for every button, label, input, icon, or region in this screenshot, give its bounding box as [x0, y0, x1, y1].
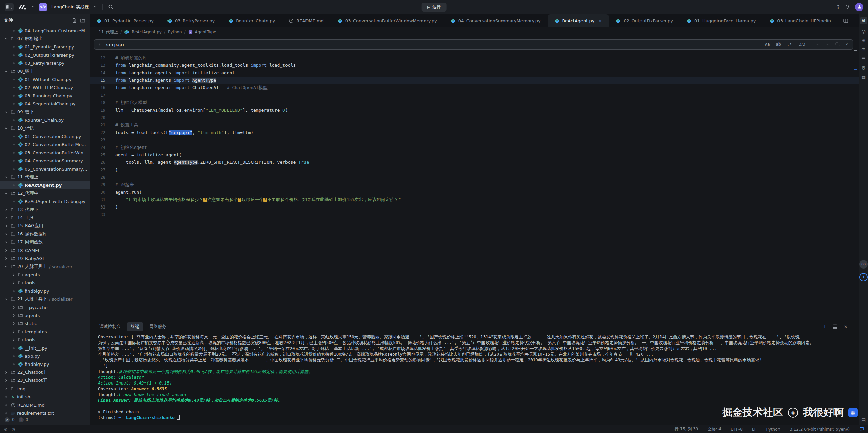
tree-item-01_pydantic_parser-py[interactable]: 01_Pydantic_Parser.py — [0, 43, 90, 51]
chevron-down-icon[interactable] — [3, 126, 9, 130]
code-line-13[interactable]: 13from langchain_community.agent_toolkit… — [90, 62, 859, 69]
tab-rounter_chain-py[interactable]: Rounter_Chain.py — [221, 14, 282, 27]
tab-01_hugggingface_llama-py[interactable]: 01_HugggingFace_Llama.py — [680, 14, 763, 27]
find-in-selection-icon[interactable] — [834, 42, 841, 47]
close-panel-icon[interactable]: × — [844, 324, 848, 329]
tree-item-rounter_chain-py[interactable]: Rounter_Chain.py — [0, 116, 90, 124]
panel-layout-icon[interactable] — [833, 324, 837, 329]
tree-item-21_-[interactable]: 21_人脉工具下 / socializer — [0, 295, 90, 303]
tree-item-13_-[interactable]: 13_代理下 — [0, 205, 90, 214]
tree-item-img[interactable]: img — [0, 385, 90, 393]
tree-item-07_-[interactable]: 07_解析输出 — [0, 35, 90, 43]
code-line-24[interactable]: 24# 初始化Agent — [90, 144, 859, 151]
tree-item-16_-[interactable]: 16_操作数据库 — [0, 230, 90, 238]
tree-item-01_without_chain-py[interactable]: 01_Without_Chain.py — [0, 75, 90, 83]
new-file-icon[interactable] — [72, 18, 77, 23]
tree-item-agents[interactable]: agents — [0, 271, 90, 279]
beaker-icon[interactable]: ⚗ — [861, 47, 866, 52]
code-line-22[interactable]: 22tools = load_tools(["serpapi", "llm-ma… — [90, 129, 859, 136]
chevron-right-icon[interactable] — [3, 224, 9, 228]
tree-item-02_outputfixparser-py[interactable]: 02_OutputFixParser.py — [0, 51, 90, 59]
tree-item-04_langchain_customizemod-[interactable]: 04_LangChain_CustomizeMod... — [0, 26, 90, 35]
breadcrumb[interactable]: 11_代理上/ReActAgent.py/Python/aAgentType — [90, 27, 859, 37]
chevron-right-icon[interactable] — [3, 379, 9, 382]
tree-item-reactagent_with_debug-py[interactable]: ReActAgent_with_Debug.py — [0, 197, 90, 205]
breadcrumb-item[interactable]: ReActAgent.py — [132, 29, 162, 34]
status-item[interactable]: 行 15, 列 39 — [675, 426, 698, 432]
docs-search-icon[interactable]: ◎ — [861, 29, 865, 34]
assistant-badge-icon[interactable]: ✦ — [859, 273, 868, 281]
code-line-15[interactable]: 15from langchain.agents import AgentType — [90, 77, 859, 84]
tree-item-agents[interactable]: agents — [0, 311, 90, 319]
split-editor-icon[interactable] — [843, 19, 848, 23]
grid-icon[interactable]: ▦ — [861, 75, 866, 79]
find-bar[interactable]: serpapi Aa ab .* 3/3 × — [94, 39, 853, 50]
tree-item-15_rag-[interactable]: 15_RAG应用 — [0, 222, 90, 230]
close-icon[interactable]: × — [844, 41, 849, 47]
chevron-right-icon[interactable] — [11, 306, 16, 309]
tree-item-tools[interactable]: tools — [0, 336, 90, 344]
tree-item-03_running_chain-py[interactable]: 03_Running_Chain.py — [0, 92, 90, 100]
chat-icon[interactable]: ⊞ — [862, 38, 866, 43]
code-line-19[interactable]: 19llm = ChatOpenAI(model=os.environ["LLM… — [90, 106, 859, 114]
tree-item-findbigv-py[interactable]: findbigV.py — [0, 287, 90, 295]
match-case-icon[interactable]: Aa — [764, 41, 771, 47]
tree-item-app-py[interactable]: app.py — [0, 352, 90, 360]
code-line-28[interactable]: 28 — [90, 174, 859, 181]
chevron-right-icon[interactable] — [3, 387, 9, 391]
settings-icon[interactable]: ⚙ — [861, 65, 866, 70]
search-icon[interactable] — [108, 4, 113, 9]
ai-assistant-icon[interactable]: AI — [860, 17, 867, 24]
tab-01_pydantic_parser-py[interactable]: 01_Pydantic_Parser.py — [90, 14, 160, 27]
more-actions-icon[interactable]: ⋯ — [853, 18, 859, 24]
chevron-right-icon[interactable] — [11, 322, 16, 326]
chevron-right-icon[interactable] — [3, 257, 9, 260]
tree-item-04_sequentialchain-py[interactable]: 04_SequentialChain.py — [0, 100, 90, 108]
panel-layout-icon[interactable]: ▤ — [861, 417, 866, 422]
code-line-23[interactable]: 23 — [90, 136, 859, 144]
tree-item-__init__-py[interactable]: __init__.py — [0, 344, 90, 352]
panel-tab-网络服务[interactable]: 网络服务 — [145, 322, 171, 331]
status-sync-icon[interactable]: ◔ — [12, 427, 15, 432]
chevron-down-icon[interactable] — [3, 70, 9, 73]
tab-reactagent-py[interactable]: ReActAgent.py× — [548, 14, 609, 27]
breadcrumb-item[interactable]: AgentType — [195, 29, 216, 34]
tree-item-20_-[interactable]: 20_人脉工具上 / socializer — [0, 262, 90, 271]
tree-item-03_retryparser-py[interactable]: 03_RetryParser.py — [0, 59, 90, 67]
breadcrumb-item[interactable]: Python — [168, 29, 182, 34]
tree-item-14_-[interactable]: 14_工具 — [0, 214, 90, 222]
tree-item-static[interactable]: static — [0, 319, 90, 328]
tab-03_langchain_hfpipelin[interactable]: 03_LangChain_HFPipelin — [763, 14, 838, 27]
tree-item-23_chatbot-[interactable]: 23_Chatbot下 — [0, 376, 90, 385]
code-line-27[interactable]: 27) — [90, 166, 859, 174]
tree-item-reactagent-py[interactable]: ReActAgent.py — [0, 181, 90, 189]
code-line-12[interactable]: 12# 加载所需的库 — [90, 54, 859, 62]
project-icon[interactable]: </> — [39, 3, 47, 11]
tree-item-12_-[interactable]: 12_代理中 — [0, 189, 90, 197]
code-line-16[interactable]: 16from langchain_openai import ChatOpenA… — [90, 84, 859, 92]
code-line-20[interactable]: 20 — [90, 114, 859, 121]
chevron-down-icon[interactable] — [3, 297, 9, 301]
notifications-icon[interactable] — [859, 427, 864, 431]
chevron-right-icon[interactable] — [11, 281, 16, 285]
status-item[interactable]: UTF-8 — [731, 427, 743, 432]
chevron-right-icon[interactable] — [11, 338, 16, 342]
regex-icon[interactable]: .* — [786, 41, 793, 47]
status-item[interactable]: 3.12.2 64-bit ('shims': pyenv) — [790, 427, 850, 432]
code-line-25[interactable]: 25agent = initialize_agent( — [90, 151, 859, 159]
chevron-right-icon[interactable] — [3, 216, 9, 220]
code-line-32[interactable]: 32) — [90, 203, 859, 211]
help-icon[interactable]: ? — [837, 4, 840, 10]
tree-item-init-sh[interactable]: $init.sh — [0, 393, 90, 401]
next-match-icon[interactable] — [824, 42, 831, 47]
tree-item-findbigv-py[interactable]: findbigV.py — [0, 360, 90, 368]
code-line-33[interactable]: 33 — [90, 211, 859, 218]
problems-footer[interactable]: × 0 ! 0 — [0, 415, 90, 425]
avatar[interactable] — [855, 3, 863, 11]
notification-count-badge[interactable]: 88 — [859, 260, 868, 269]
tree-item-08_-[interactable]: 08_链上 — [0, 67, 90, 75]
tree-item-01_conversationchain-py[interactable]: 01_ConversationChain.py — [0, 132, 90, 140]
tab-03_conversationbufferwindowmemory-py[interactable]: 03_ConversationBufferWindowMemory.py — [331, 14, 444, 27]
tree-item-03_conversationbufferwindo-[interactable]: 03_ConversationBufferWindo... — [0, 149, 90, 157]
panel-tab-调试控制台[interactable]: 调试控制台 — [95, 322, 125, 331]
